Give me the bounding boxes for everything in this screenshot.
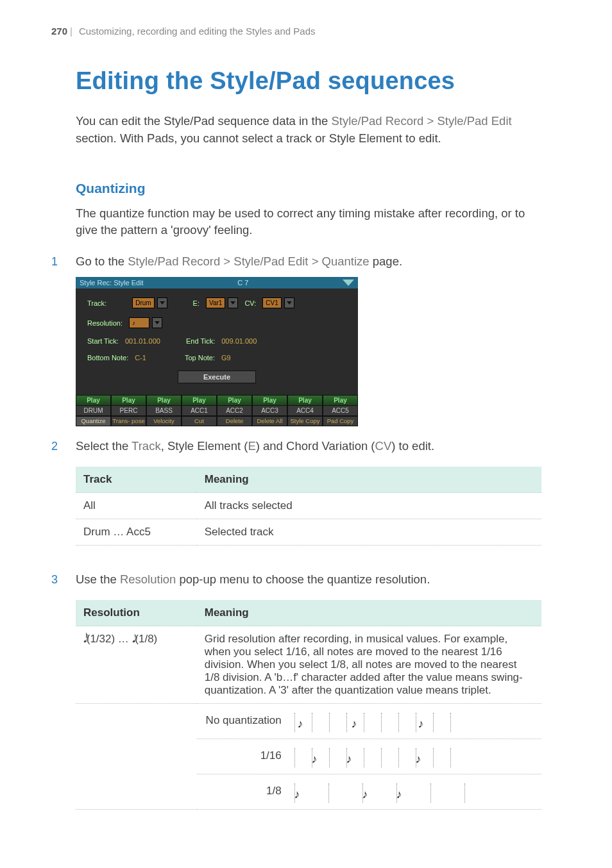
- play-button-row: Play Play Play Play Play Play Play Play: [76, 395, 358, 406]
- play-button[interactable]: Play: [323, 395, 358, 406]
- play-button[interactable]: Play: [217, 395, 252, 406]
- step-number: 1: [51, 255, 76, 269]
- element-dropdown[interactable]: Var1: [206, 297, 225, 308]
- track-name[interactable]: ACC1: [182, 406, 217, 416]
- resolution-meaning-table: Resolution Meaning 𝅘𝅥𝅰 (1/32) … 𝅘𝅥𝅮 (1/8…: [76, 600, 541, 810]
- table-header: Meaning: [197, 467, 541, 493]
- track-name[interactable]: BASS: [146, 406, 182, 416]
- end-tick-label: End Tick:: [186, 337, 215, 345]
- chapter-title: Customizing, recording and editing the S…: [79, 26, 316, 37]
- table-row: No quantization ♪ ♪ ♪: [76, 703, 541, 739]
- device-screenshot: Style Rec: Style Edit C 7 Track: Drum E:…: [76, 277, 358, 426]
- bottom-note-label: Bottom Note:: [87, 354, 128, 362]
- titlebar-left: Style Rec: Style Edit: [80, 279, 144, 287]
- execute-button[interactable]: Execute: [178, 371, 256, 383]
- table-cell: 𝅘𝅥𝅰 (1/32) … 𝅘𝅥𝅮 (1/8): [76, 626, 197, 703]
- bottom-tabs: Quantize Trans- pose Velocity Cut Delete…: [76, 416, 358, 426]
- track-name[interactable]: ACC3: [252, 406, 287, 416]
- tab-pad-copy[interactable]: Pad Copy: [323, 416, 358, 426]
- table-cell: Selected track: [197, 519, 541, 545]
- menu-dropdown-icon[interactable]: [343, 280, 354, 286]
- top-note-value[interactable]: G9: [221, 354, 231, 362]
- element-label: E:: [193, 299, 200, 307]
- table-row: All All tracks selected: [76, 492, 541, 519]
- step-3: 3 Use the Resolution pop-up menu to choo…: [51, 571, 541, 588]
- track-name[interactable]: PERC: [111, 406, 146, 416]
- quantize-grid-8: ♪ ♪ ♪: [294, 781, 465, 803]
- titlebar-center: C 7: [237, 279, 248, 287]
- table-row: 1/8 ♪ ♪ ♪: [76, 774, 541, 809]
- page-number: 270: [51, 26, 67, 37]
- end-tick-value[interactable]: 009.01.000: [221, 337, 257, 345]
- page-title: Editing the Style/Pad sequences: [76, 67, 541, 95]
- table-cell: Drum … Acc5: [76, 519, 197, 545]
- table-cell: 1/8 ♪ ♪ ♪: [197, 774, 541, 809]
- intro-paragraph: You can edit the Style/Pad sequence data…: [76, 113, 541, 147]
- table-row: 1/16 ♪ ♪ ♪: [76, 739, 541, 774]
- table-header: Meaning: [197, 600, 541, 626]
- table-row: Drum … Acc5 Selected track: [76, 519, 541, 545]
- quantizing-body: The quantize function may be used to cor…: [76, 205, 541, 240]
- track-meaning-table: Track Meaning All All tracks selected Dr…: [76, 467, 541, 546]
- step-2: 2 Select the Track, Style Element (E) an…: [51, 438, 541, 455]
- ui-path: Style/Pad Record > Style/Pad Edit > Quan…: [128, 255, 369, 268]
- track-dropdown[interactable]: Drum: [132, 297, 154, 308]
- track-name[interactable]: ACC4: [287, 406, 323, 416]
- table-cell: Grid resolution after recording, in musi…: [197, 626, 541, 703]
- table-cell: 1/16 ♪ ♪ ♪: [197, 739, 541, 774]
- resolution-dropdown[interactable]: ♪: [129, 317, 149, 328]
- table-cell: All: [76, 492, 197, 519]
- running-header: 270|Customizing, recording and editing t…: [51, 26, 541, 37]
- chevron-down-icon[interactable]: [228, 297, 238, 308]
- step-1: 1 Go to the Style/Pad Record > Style/Pad…: [51, 253, 541, 271]
- play-button[interactable]: Play: [146, 395, 182, 406]
- resolution-label: Resolution:: [87, 319, 123, 327]
- start-tick-label: Start Tick:: [87, 337, 119, 345]
- table-header: Track: [76, 467, 197, 493]
- play-button[interactable]: Play: [76, 395, 111, 406]
- start-tick-value[interactable]: 001.01.000: [125, 337, 160, 345]
- chevron-down-icon[interactable]: [157, 297, 167, 308]
- chevron-down-icon[interactable]: [284, 297, 294, 308]
- play-button[interactable]: Play: [111, 395, 146, 406]
- step-number: 3: [51, 573, 76, 587]
- track-name[interactable]: DRUM: [76, 406, 111, 416]
- ui-path: Style/Pad Record > Style/Pad Edit: [331, 114, 511, 128]
- tab-cut[interactable]: Cut: [182, 416, 217, 426]
- cv-dropdown[interactable]: CV1: [262, 297, 281, 308]
- quantize-grid-none: ♪ ♪ ♪: [294, 710, 451, 732]
- tab-style-copy[interactable]: Style Copy: [287, 416, 323, 426]
- track-name[interactable]: ACC5: [323, 406, 358, 416]
- bottom-note-value[interactable]: C-1: [135, 354, 146, 362]
- play-button[interactable]: Play: [252, 395, 287, 406]
- tab-delete-all[interactable]: Delete All: [252, 416, 287, 426]
- tab-transpose[interactable]: Trans- pose: [111, 416, 146, 426]
- track-label: Track:: [87, 299, 106, 307]
- play-button[interactable]: Play: [182, 395, 217, 406]
- section-heading-quantizing: Quantizing: [76, 181, 541, 196]
- table-cell: No quantization ♪ ♪ ♪: [197, 703, 541, 739]
- tab-quantize[interactable]: Quantize: [76, 416, 111, 426]
- table-row: 𝅘𝅥𝅰 (1/32) … 𝅘𝅥𝅮 (1/8) Grid resolution a…: [76, 626, 541, 703]
- track-name[interactable]: ACC2: [217, 406, 252, 416]
- quantize-grid-16: ♪ ♪ ♪: [294, 746, 451, 767]
- table-header: Resolution: [76, 600, 197, 626]
- device-titlebar: Style Rec: Style Edit C 7: [76, 277, 358, 288]
- play-button[interactable]: Play: [287, 395, 323, 406]
- top-note-label: Top Note:: [185, 354, 215, 362]
- cv-label: CV:: [244, 299, 256, 307]
- tab-delete[interactable]: Delete: [217, 416, 252, 426]
- chevron-down-icon[interactable]: [152, 317, 162, 328]
- step-number: 2: [51, 440, 76, 453]
- table-cell: All tracks selected: [197, 492, 541, 519]
- tab-velocity[interactable]: Velocity: [146, 416, 182, 426]
- header-separator: |: [70, 26, 72, 37]
- track-name-row: DRUM PERC BASS ACC1 ACC2 ACC3 ACC4 ACC5: [76, 406, 358, 416]
